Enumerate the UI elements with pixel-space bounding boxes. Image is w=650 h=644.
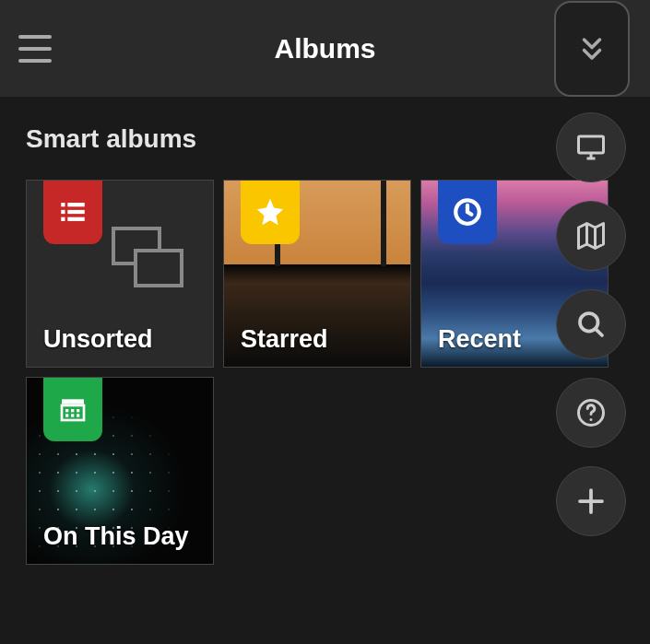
album-label: Starred <box>241 325 328 354</box>
fab-help[interactable] <box>556 378 626 448</box>
collapse-button[interactable] <box>554 1 630 97</box>
svg-rect-2 <box>61 210 65 214</box>
clock-icon <box>452 196 483 228</box>
calendar-icon <box>58 394 88 424</box>
chevron-double-down-icon <box>576 33 608 64</box>
fab-map[interactable] <box>556 201 626 271</box>
plus-icon <box>574 485 608 518</box>
star-icon <box>254 196 286 228</box>
album-badge <box>241 180 300 244</box>
fab-display[interactable] <box>556 112 626 182</box>
monitor-icon <box>574 131 608 164</box>
svg-rect-1 <box>67 203 84 206</box>
album-grid: Unsorted Starred Recent On This <box>0 169 650 576</box>
album-on-this-day[interactable]: On This Day <box>26 377 214 565</box>
menu-button[interactable] <box>18 35 52 63</box>
fab-add[interactable] <box>556 466 626 536</box>
svg-rect-11 <box>77 409 79 412</box>
svg-rect-13 <box>71 414 74 416</box>
svg-rect-7 <box>62 399 84 404</box>
svg-point-24 <box>590 418 593 421</box>
svg-rect-12 <box>65 414 68 416</box>
album-badge <box>43 377 102 441</box>
album-label: Unsorted <box>43 325 153 354</box>
album-label: On This Day <box>43 522 189 551</box>
svg-line-22 <box>596 329 602 335</box>
album-badge <box>438 180 497 244</box>
svg-rect-9 <box>65 409 68 412</box>
svg-rect-8 <box>62 405 84 420</box>
svg-rect-14 <box>77 414 79 416</box>
page-title: Albums <box>274 33 375 64</box>
app-header: Albums <box>0 0 650 97</box>
fab-column <box>556 112 626 536</box>
svg-rect-3 <box>67 210 84 214</box>
help-icon <box>574 396 608 429</box>
list-icon <box>57 196 89 228</box>
svg-rect-4 <box>61 217 65 221</box>
svg-rect-15 <box>579 136 604 153</box>
album-badge <box>43 180 102 244</box>
svg-marker-18 <box>579 224 604 249</box>
map-icon <box>574 219 608 252</box>
svg-rect-10 <box>71 409 74 412</box>
album-starred[interactable]: Starred <box>223 180 411 368</box>
fab-search[interactable] <box>556 289 626 359</box>
svg-rect-5 <box>67 217 84 221</box>
album-label: Recent <box>438 325 521 354</box>
svg-rect-0 <box>61 203 65 206</box>
section-title: Smart albums <box>0 97 650 169</box>
search-icon <box>574 308 608 341</box>
album-unsorted[interactable]: Unsorted <box>26 180 214 368</box>
